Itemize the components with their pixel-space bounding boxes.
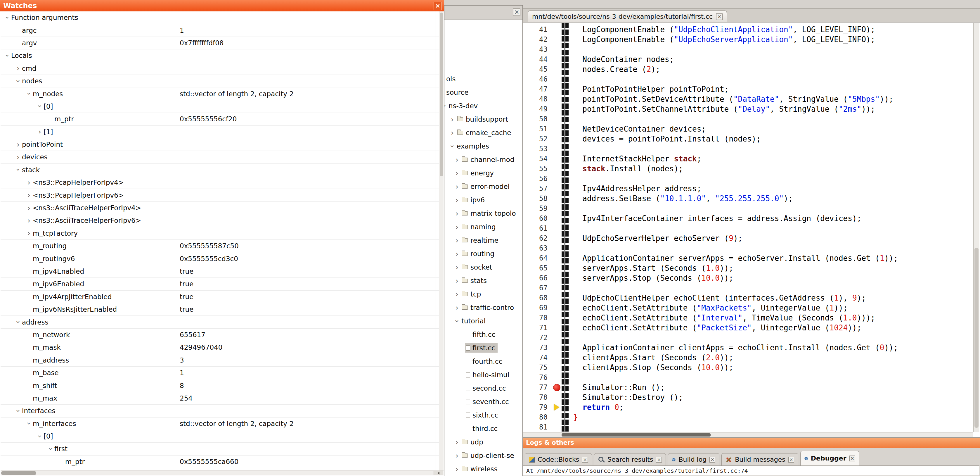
watch-row[interactable]: ›<ns3::AsciiTraceHelperForIpv4> — [1, 202, 439, 214]
code-text[interactable]: echoClient.SetAttribute ("Interval", Tim… — [573, 313, 875, 322]
watches-titlebar[interactable]: Watches — [0, 0, 444, 11]
close-icon[interactable] — [716, 13, 722, 20]
tree-item-hello-simul[interactable]: hello-simul — [444, 368, 522, 382]
code-text[interactable]: Ipv4InterfaceContainer interfaces = addr… — [573, 214, 861, 223]
code-text[interactable]: serverApps.Start (Seconds (1.0)); — [573, 264, 733, 273]
watch-row[interactable]: m_mask4294967040 — [1, 341, 439, 354]
scrollbar-thumb[interactable] — [440, 13, 443, 176]
line-number[interactable]: 43 — [523, 45, 552, 54]
chevron-right-icon[interactable]: › — [453, 250, 461, 257]
watch-row[interactable]: ›stack — [1, 164, 439, 176]
watch-value[interactable]: 3 — [177, 356, 439, 364]
line-number[interactable]: 68 — [523, 294, 552, 302]
tree-item-fifth-cc[interactable]: fifth.cc — [444, 328, 522, 341]
watches-horizontal-scrollbar[interactable] — [1, 470, 444, 475]
code-line[interactable]: 70 echoClient.SetAttribute ("Interval", … — [523, 313, 973, 323]
code-text[interactable]: return 0; — [573, 403, 624, 412]
watch-row[interactable]: m_max254 — [1, 392, 439, 405]
watch-row[interactable]: m_routingv60x5555555cd3c0 — [1, 252, 439, 265]
code-line[interactable]: 48 pointToPoint.SetDeviceAttribute ("Dat… — [523, 94, 973, 104]
code-line[interactable]: 57 Ipv4AddressHelper address; — [523, 184, 973, 193]
watch-value[interactable]: true — [177, 293, 439, 300]
editor-tab-first-cc[interactable]: mnt/dev/tools/source/ns-3-dev/examples/t… — [528, 11, 727, 22]
line-number[interactable]: 73 — [523, 343, 552, 352]
watch-row[interactable]: argv0x7fffffffdf08 — [1, 37, 439, 50]
code-line[interactable]: 49 pointToPoint.SetChannelAttribute ("De… — [523, 104, 973, 114]
watch-row[interactable]: ›[0] — [1, 100, 439, 113]
tree-item-examples[interactable]: ›examples — [444, 139, 522, 153]
editor-horizontal-scrollbar[interactable] — [523, 432, 973, 437]
line-number[interactable]: 56 — [523, 174, 552, 183]
code-line[interactable]: 76 — [523, 372, 973, 382]
chevron-right-icon[interactable]: › — [453, 291, 461, 298]
code-line[interactable]: 67 — [523, 283, 973, 293]
watch-row[interactable]: m_routing0x555555587c50 — [1, 240, 439, 252]
chevron-right-icon[interactable]: › — [453, 156, 461, 163]
code-line[interactable]: 69 echoClient.SetAttribute ("MaxPackets"… — [523, 303, 973, 313]
code-text[interactable]: clientApps.Stop (Seconds (10.0)); — [573, 363, 733, 372]
chevron-right-icon[interactable]: › — [453, 224, 461, 231]
watch-row[interactable]: m_ptr0x5555555ca660 — [1, 455, 439, 468]
code-text[interactable]: clientApps.Start (Seconds (2.0)); — [573, 353, 733, 362]
chevron-down-icon[interactable]: › — [14, 407, 22, 415]
code-line[interactable]: 41 LogComponentEnable ("UdpEchoClientApp… — [523, 24, 973, 35]
watch-row[interactable]: m_ipv4Enabledtrue — [1, 265, 439, 278]
code-line[interactable]: 81 — [523, 422, 973, 432]
watch-row[interactable]: m_base1 — [1, 367, 439, 379]
code-line[interactable]: 68 UdpEchoClientHelper echoClient (inter… — [523, 293, 973, 303]
line-number[interactable]: 45 — [523, 65, 552, 73]
code-line[interactable]: 75 clientApps.Stop (Seconds (10.0)); — [523, 363, 973, 372]
line-number[interactable]: 70 — [523, 314, 552, 322]
code-text[interactable]: } — [573, 413, 578, 422]
line-number[interactable]: 44 — [523, 55, 552, 64]
line-number[interactable]: 57 — [523, 184, 552, 193]
chevron-right-icon[interactable]: › — [453, 439, 461, 446]
watch-value[interactable]: 4294967040 — [177, 343, 439, 351]
tree-item-naming[interactable]: ›naming — [444, 220, 522, 233]
line-number[interactable]: 80 — [523, 413, 552, 421]
chevron-right-icon[interactable]: › — [449, 116, 456, 123]
line-number[interactable]: 79 — [523, 403, 552, 411]
code-text[interactable]: nodes.Create (2); — [573, 65, 660, 73]
code-line[interactable]: 45 nodes.Create (2); — [523, 64, 973, 74]
line-number[interactable]: 54 — [523, 155, 552, 163]
watch-value[interactable]: 8 — [177, 382, 439, 390]
chevron-right-icon[interactable]: › — [25, 204, 33, 212]
watch-value[interactable]: std::vector of length 2, capacity 2 — [177, 90, 439, 97]
chevron-down-icon[interactable]: › — [14, 77, 22, 85]
line-number[interactable]: 62 — [523, 234, 552, 243]
tree-item-sixth-cc[interactable]: sixth.cc — [444, 409, 522, 422]
line-number[interactable]: 47 — [523, 85, 552, 93]
code-text[interactable]: devices = pointToPoint.Install (nodes); — [573, 134, 761, 143]
watch-row[interactable]: ›<ns3::PcapHelperForIpv6> — [1, 189, 439, 201]
line-number[interactable]: 61 — [523, 224, 552, 232]
line-number[interactable]: 76 — [523, 373, 552, 382]
code-text[interactable]: stack.Install (nodes); — [573, 165, 683, 173]
code-line[interactable]: 54 InternetStackHelper stack; — [523, 154, 973, 164]
code-line[interactable]: 60 Ipv4InterfaceContainer interfaces = a… — [523, 214, 973, 224]
watch-row[interactable]: m_address3 — [1, 354, 439, 367]
file-tree-header[interactable] — [444, 6, 522, 19]
code-text[interactable]: PointToPointHelper pointToPoint; — [573, 85, 729, 94]
line-number[interactable]: 60 — [523, 214, 552, 222]
tree-item-tcp[interactable]: ›tcp — [444, 288, 522, 301]
line-number[interactable]: 78 — [523, 393, 552, 401]
watch-row[interactable]: ›m_tcpFactory — [1, 227, 439, 240]
code-text[interactable]: UdpEchoServerHelper echoServer (9); — [573, 234, 743, 243]
watch-value[interactable]: 0x7fffffffdf08 — [177, 39, 439, 47]
watch-row[interactable]: ›Function arguments — [1, 11, 439, 24]
tree-item-first-cc[interactable]: first.cc — [444, 341, 522, 355]
code-line[interactable]: 78 Simulator::Destroy (); — [523, 392, 973, 403]
watch-value[interactable]: 0x55555556cf20 — [177, 115, 439, 123]
chevron-right-icon[interactable]: › — [453, 304, 461, 311]
tree-item-tutorial[interactable]: ›tutorial — [444, 314, 522, 328]
tree-item-energy[interactable]: ›energy — [444, 166, 522, 180]
code-text[interactable]: LogComponentEnable ("UdpEchoServerApplic… — [573, 35, 875, 44]
code-line[interactable]: 53 — [523, 144, 973, 154]
scrollbar-thumb[interactable] — [974, 248, 978, 428]
log-tab-build-messages[interactable]: Build messages — [721, 453, 798, 465]
line-number[interactable]: 53 — [523, 145, 552, 153]
code-line[interactable]: 61 — [523, 224, 973, 233]
chevron-down-icon[interactable]: › — [36, 433, 43, 440]
line-number[interactable]: 51 — [523, 125, 552, 133]
